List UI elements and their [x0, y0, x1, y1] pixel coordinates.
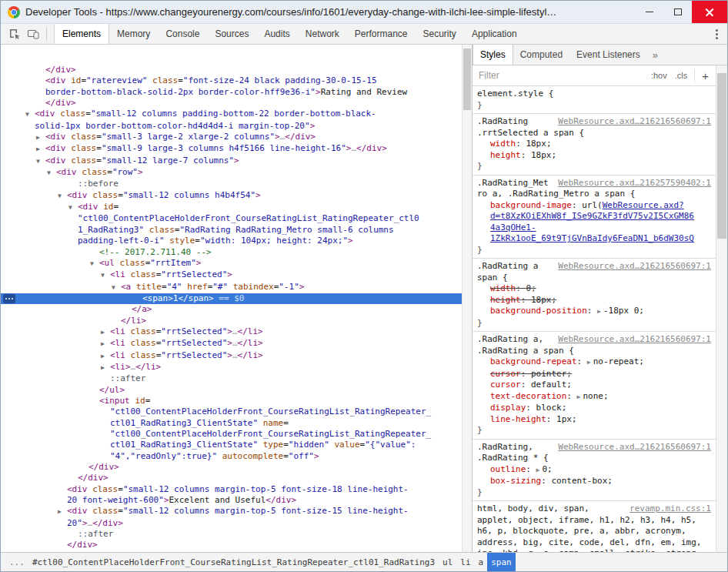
- dom-node-line[interactable]: ▼<ul class="rrtItem">: [1, 258, 462, 269]
- css-property-background-image[interactable]: background-image: url(WebResource.axd?: [477, 200, 711, 212]
- css-selector[interactable]: .rrtSelected a span {: [477, 128, 711, 139]
- css-property-box-sizing[interactable]: box-sizing: content-box;: [477, 476, 711, 487]
- expander-closed-icon[interactable]: ▶: [101, 363, 110, 373]
- expander-closed-icon[interactable]: ▶: [58, 507, 67, 517]
- crumb-item[interactable]: a: [475, 553, 488, 571]
- expander-open-icon[interactable]: ▼: [101, 270, 110, 281]
- css-property-height[interactable]: height: 18px;: [477, 150, 711, 162]
- close-button[interactable]: [692, 1, 727, 23]
- sidebar-tab-event-listeners[interactable]: Event Listeners: [569, 45, 647, 65]
- expander-open-icon[interactable]: ▼: [47, 168, 56, 179]
- stylesheet-link[interactable]: WebResource.axd…216216560697:1: [558, 261, 711, 273]
- dom-node-line[interactable]: ▶<li>…</li>: [1, 362, 462, 373]
- shorthand-expander-icon[interactable]: ▶: [536, 465, 540, 477]
- tab-security[interactable]: Security: [416, 24, 464, 44]
- filter-control-cls[interactable]: .cls: [675, 71, 688, 80]
- css-property-background-position[interactable]: background-position: ▶-18px 0;: [477, 306, 711, 318]
- crumb-overflow[interactable]: ...: [5, 553, 28, 571]
- dom-node-line[interactable]: ▶<li class="rrtSelected">…</li>: [1, 338, 462, 350]
- dom-node-line[interactable]: ▶<li class="rrtSelected">…</li>: [1, 350, 462, 362]
- crumb-item[interactable]: ul: [439, 553, 456, 571]
- tab-sources[interactable]: Sources: [207, 24, 256, 44]
- node-options-icon[interactable]: [3, 294, 15, 303]
- shorthand-expander-icon[interactable]: ▶: [577, 392, 581, 403]
- dom-node-line[interactable]: "ctl00_ContentPlaceHolderFront_CourseRat…: [1, 213, 462, 224]
- new-style-rule-button[interactable]: +: [694, 69, 709, 82]
- shorthand-expander-icon[interactable]: ▶: [587, 357, 591, 369]
- tab-elements[interactable]: Elements: [54, 24, 109, 44]
- elements-scrollbar[interactable]: [462, 45, 472, 552]
- css-selector[interactable]: .RadRating_Met: [477, 178, 553, 189]
- expander-open-icon[interactable]: ▼: [58, 191, 67, 202]
- sidebar-tab-styles[interactable]: Styles: [473, 45, 513, 65]
- dom-node-line[interactable]: ::before: [1, 179, 462, 189]
- dom-node-line[interactable]: ::after: [1, 529, 462, 540]
- css-property-line-height[interactable]: line-height: 1px;: [477, 414, 711, 426]
- stylesheet-link[interactable]: WebResource.axd…216216560697:1: [558, 116, 711, 128]
- css-selector[interactable]: .RadRating a: [477, 261, 553, 273]
- expander-open-icon[interactable]: ▼: [25, 109, 35, 120]
- dom-node-line[interactable]: </li>: [1, 316, 462, 326]
- css-selector[interactable]: html, body, div, span,: [477, 503, 625, 515]
- expander-closed-icon[interactable]: ▶: [36, 144, 45, 155]
- css-selector[interactable]: .RadRating: [477, 116, 553, 128]
- css-selector[interactable]: span {: [477, 273, 711, 284]
- expander-closed-icon[interactable]: ▶: [36, 132, 45, 143]
- dom-node-line[interactable]: ▼<div id=: [1, 202, 462, 213]
- tab-memory[interactable]: Memory: [109, 24, 158, 44]
- resource-url-link[interactable]: 1ZkRx1ooE_69t9TjGVnBaIdy6FeaDN1_b6dW30sQ: [477, 233, 711, 245]
- dom-node-line[interactable]: ▶<div class="small-3 large-2 xlarge-2 co…: [1, 132, 462, 143]
- tab-console[interactable]: Console: [158, 24, 207, 44]
- stylesheet-link[interactable]: revamp.min.css:1: [629, 503, 711, 515]
- dom-node-line[interactable]: 1_RadRating3" class="RadRating RadRating…: [1, 225, 462, 236]
- expander-closed-icon[interactable]: ▶: [101, 339, 110, 350]
- dom-node-line[interactable]: ▼<div class="row">: [1, 167, 462, 179]
- css-property-text-decoration[interactable]: text-decoration: ▶none;: [477, 391, 711, 403]
- css-property-background-repeat[interactable]: background-repeat: ▶no-repeat;: [477, 356, 711, 369]
- css-selector[interactable]: .RadRating,: [477, 442, 553, 453]
- dom-node-line[interactable]: ▼<div class="small-12 columns h4b4f54">: [1, 190, 462, 202]
- expander-open-icon[interactable]: ▼: [68, 202, 78, 213]
- dom-node-line[interactable]: <div id="ratereview" class="font-size-24…: [1, 75, 462, 86]
- dom-node-line[interactable]: </div>: [1, 540, 462, 550]
- dom-node-line[interactable]: ▼<div class="small-12 large-7 columns">: [1, 156, 462, 167]
- css-selector[interactable]: ro a, .RadRating_Metro a span {: [477, 189, 711, 200]
- dom-node-line[interactable]: <!-- 2017.2.711.40 -->: [1, 247, 462, 258]
- dom-node-line[interactable]: 20">…</div>: [1, 518, 462, 529]
- css-property-width[interactable]: width: 0;: [477, 283, 711, 295]
- expander-open-icon[interactable]: ▼: [36, 156, 45, 167]
- sidebar-tab-computed[interactable]: Computed: [513, 45, 569, 65]
- css-property-cursor[interactable]: cursor: default;: [477, 380, 711, 391]
- css-selector[interactable]: h6, p, blockquote, pre, a, abbr, acronym…: [477, 526, 711, 537]
- dom-node-line[interactable]: ▶<div class="small-12 columns margin-top…: [1, 506, 462, 517]
- tab-application[interactable]: Application: [464, 24, 525, 44]
- dom-node-line[interactable]: ▶<li class="rrtSelected">…</li>: [1, 326, 462, 338]
- stylesheet-link[interactable]: WebResource.axd…216216560697:1: [558, 442, 711, 453]
- css-selector[interactable]: element.style {: [477, 89, 711, 100]
- tab-audits[interactable]: Audits: [256, 24, 297, 44]
- dom-node-line[interactable]: <div class="small-12 columns margin-top-…: [1, 484, 462, 495]
- tab-network[interactable]: Network: [298, 24, 347, 44]
- css-selector[interactable]: applet, object, iframe, h1, h2, h3, h4, …: [477, 515, 711, 527]
- stylesheet-link[interactable]: WebResource.axd…216257590402:1: [558, 178, 711, 189]
- tab-performance[interactable]: Performance: [347, 24, 416, 44]
- css-selector[interactable]: .RadRating * {: [477, 453, 711, 464]
- dom-node-line[interactable]: border-bottom-black-solid-2px border-col…: [1, 87, 462, 98]
- dom-node-line[interactable]: </a>: [1, 304, 462, 315]
- overflow-menu-icon[interactable]: [706, 24, 727, 44]
- device-toolbar-icon[interactable]: [24, 25, 42, 43]
- dom-node-selected[interactable]: <span>1</span> == $0: [1, 293, 462, 304]
- dom-node-line[interactable]: solid-1px border-bottom-color-hd4d4d4-i …: [1, 121, 462, 132]
- styles-scrollbar-thumb[interactable]: [717, 73, 726, 239]
- css-property-width[interactable]: width: 18px;: [477, 139, 711, 150]
- crumb-item[interactable]: #ctl00_ContentPlaceHolderFront_CourseRat…: [28, 553, 439, 571]
- dom-node-line[interactable]: ctl01_RadRating3_ClientState" type="hidd…: [1, 440, 462, 450]
- more-tabs-icon[interactable]: »: [647, 45, 663, 65]
- css-property-cursor[interactable]: cursor: pointer;: [477, 369, 711, 380]
- dom-node-line[interactable]: ::after: [1, 373, 462, 384]
- dom-node-line[interactable]: "ctl00_ContentPlaceHolderFront_CourseRat…: [1, 406, 462, 417]
- dom-node-line[interactable]: </ul>: [1, 385, 462, 396]
- crumb-selected[interactable]: span: [487, 553, 516, 571]
- dom-node-line[interactable]: padding-left-0-i" style="width: 104px; h…: [1, 236, 462, 246]
- expander-open-icon[interactable]: ▼: [90, 259, 99, 269]
